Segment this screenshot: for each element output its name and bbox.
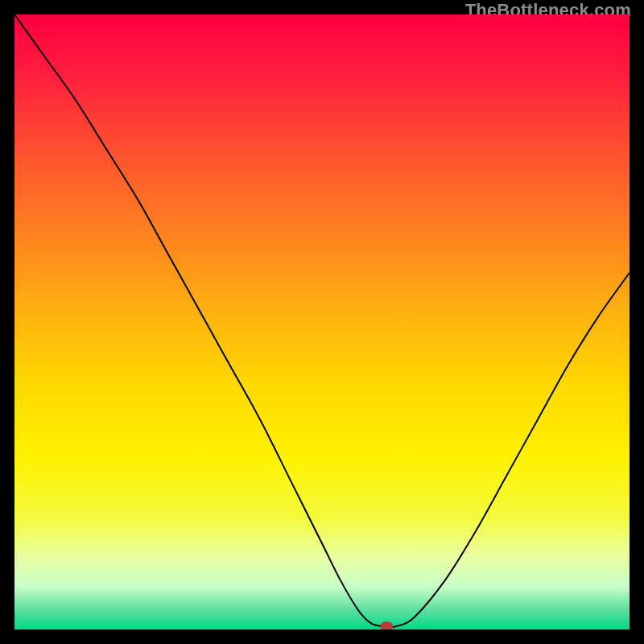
chart-svg [14,14,630,630]
optimal-marker [380,621,393,630]
outer-frame: TheBottleneck.com [0,0,644,644]
plot-area [14,14,630,630]
gradient-background [14,14,630,630]
